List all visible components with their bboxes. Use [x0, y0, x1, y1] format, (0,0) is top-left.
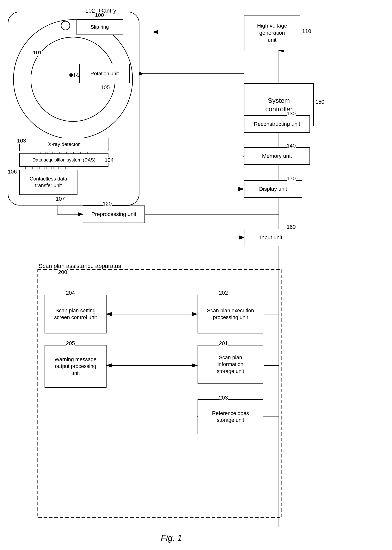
scan-info-storage-box: Scan plan information storage unit — [197, 345, 263, 384]
das-box: Data acquisition system (DAS) — [19, 153, 108, 167]
label-204: 204 — [66, 290, 75, 296]
scan-setting-ctrl-box: Scan plan setting screen control unit — [45, 295, 106, 333]
display-box: Display unit — [244, 180, 302, 198]
label-140: 140 — [287, 143, 296, 149]
scan-assistance-label: Scan plan assistance apparatus — [39, 263, 121, 269]
label-100: 100 — [95, 12, 104, 18]
label-170: 170 — [287, 175, 296, 182]
warning-msg-box: Warning message output processing unit — [45, 345, 106, 388]
xray-source — [61, 21, 70, 30]
label-120: 120 — [103, 201, 112, 207]
scan-assistance-num: 200 — [58, 269, 67, 275]
label-110: 110 — [302, 28, 311, 34]
reference-does-box: Reference does storage unit — [197, 399, 263, 434]
slip-ring-box: Slip ring — [77, 19, 123, 35]
label-107: 107 — [56, 196, 65, 202]
das-arrows-top: ↓↓↓↓↓↓↓↓↓↓↓↓↓↓↓↓↓↓↓↓↓↓↓↓↓↓↓↓ — [19, 151, 108, 154]
rotation-unit-box: Rotation unit — [79, 64, 130, 83]
preprocessing-box: Preprocessing unit — [83, 206, 145, 223]
scan-exec-box: Scan plan execution processing unit — [197, 295, 263, 333]
input-box: Input unit — [244, 229, 298, 246]
label-150: 150 — [315, 99, 324, 105]
label-101: 101 — [33, 50, 42, 56]
label-104: 104 — [105, 157, 114, 163]
label-106: 106 — [8, 169, 17, 175]
label-202: 202 — [219, 290, 228, 296]
memory-box: Memory unit — [244, 147, 310, 165]
label-103: 103 — [17, 138, 26, 144]
label-105: 105 — [101, 84, 110, 91]
xray-detector-box: X-ray detector — [19, 138, 108, 151]
hvg-box: High voltage generation unit — [244, 15, 300, 50]
contactless-box: Contactless data transfer unit — [19, 170, 77, 195]
label-130: 130 — [287, 110, 296, 117]
label-203: 203 — [219, 395, 228, 401]
ra-dot — [69, 73, 73, 77]
das-arrows-bottom: ↓↓↓↓↓↓↓↓↓↓↓↓↓↓↓↓↓↓↓↓↓↓↓↓↓↓↓↓ — [19, 167, 108, 170]
label-205: 205 — [66, 340, 75, 346]
diagram: 102 Gantry 100 RA 101 Slip ring Rotation… — [0, 0, 392, 550]
label-102: 102 — [85, 7, 95, 14]
fig-label: Fig. 1 — [161, 533, 182, 543]
label-201: 201 — [219, 340, 228, 346]
reconstructing-box: Reconstructing unit — [244, 115, 310, 133]
label-160: 160 — [287, 224, 296, 230]
